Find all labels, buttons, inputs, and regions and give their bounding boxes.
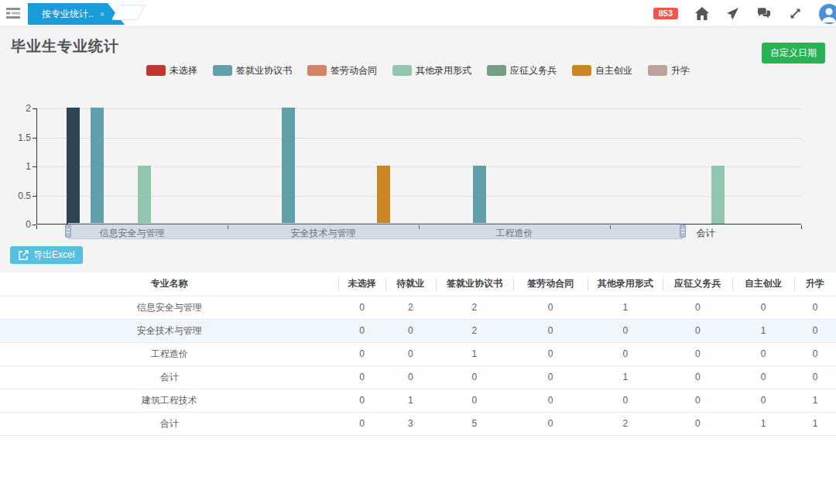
expand-icon[interactable] (788, 7, 802, 21)
chart-bar (473, 166, 486, 224)
value-cell: 0 (794, 342, 836, 365)
plane-icon[interactable] (726, 7, 740, 21)
legend-item[interactable]: 签就业协议书 (213, 64, 292, 77)
value-cell: 0 (436, 365, 513, 389)
legend-swatch (487, 65, 506, 76)
value-cell: 0 (338, 412, 385, 435)
value-cell: 0 (338, 319, 385, 342)
value-cell: 0 (663, 389, 732, 412)
gridline (37, 108, 802, 109)
value-cell: 1 (588, 296, 663, 319)
chart-bar (282, 108, 295, 224)
table-row: 合计03502011 (0, 412, 836, 435)
major-name-cell: 信息安全与管理 (0, 296, 338, 319)
content-panel: 毕业生专业统计 自定义日期 未选择签就业协议书签劳动合同其他录用形式应征义务兵自… (0, 27, 836, 273)
page-title: 毕业生专业统计 (11, 36, 119, 57)
legend-label: 自主创业 (595, 64, 632, 77)
title-row: 毕业生专业统计 自定义日期 (0, 27, 836, 58)
value-cell: 0 (513, 412, 588, 435)
chat-icon[interactable] (757, 7, 771, 21)
table-header-cell: 自主创业 (732, 273, 794, 296)
tab-close-icon[interactable]: × (100, 9, 104, 19)
value-cell: 0 (436, 389, 513, 412)
value-cell: 0 (385, 319, 436, 342)
value-cell: 0 (663, 365, 732, 389)
table-header-cell: 升学 (794, 273, 836, 296)
gridline (37, 138, 802, 139)
value-cell: 0 (732, 342, 794, 365)
value-cell: 2 (588, 412, 663, 435)
value-cell: 0 (732, 296, 794, 319)
legend-item[interactable]: 自主创业 (572, 64, 632, 77)
gridline (37, 196, 802, 197)
legend-swatch (648, 65, 667, 76)
table-header-cell: 专业名称 (0, 273, 338, 296)
value-cell: 0 (588, 319, 663, 342)
table-header-cell: 待就业 (385, 273, 436, 296)
value-cell: 0 (663, 319, 732, 342)
statistics-table-section: 专业名称未选择待就业签就业协议书签劳动合同其他录用形式应征义务兵自主创业升学 信… (0, 273, 836, 504)
chart-legend: 未选择签就业协议书签劳动合同其他录用形式应征义务兵自主创业升学 (0, 64, 836, 77)
value-cell: 0 (588, 342, 663, 365)
value-cell: 0 (663, 296, 732, 319)
chart-bar (377, 166, 390, 224)
legend-swatch (146, 65, 166, 76)
value-cell: 5 (436, 412, 513, 435)
y-axis-tick (33, 166, 36, 167)
tab-major-statistics[interactable]: 按专业统计.. × (28, 3, 125, 25)
datazoom-handle-right[interactable] (680, 225, 686, 238)
datazoom-slider[interactable] (68, 223, 683, 239)
value-cell: 0 (794, 365, 836, 389)
legend-label: 签就业协议书 (236, 64, 292, 77)
topbar: 按专业统计.. × 853 (0, 0, 836, 27)
user-avatar-icon[interactable] (819, 4, 836, 24)
bar-chart: 21.510.50信息安全与管理安全技术与管理工程造价会计 (0, 78, 836, 242)
value-cell: 0 (513, 342, 588, 365)
sidebar-toggle-icon[interactable] (0, 0, 26, 26)
table-row: 会计00001000 (0, 365, 836, 389)
value-cell: 0 (794, 296, 836, 319)
y-axis-tick-label: 0 (8, 219, 31, 230)
datazoom-handle-left[interactable] (65, 225, 71, 238)
legend-item[interactable]: 升学 (648, 64, 690, 77)
value-cell: 1 (588, 365, 663, 389)
table-header-cell: 应征义务兵 (663, 273, 732, 296)
value-cell: 0 (732, 389, 794, 412)
export-icon (19, 250, 29, 260)
ghost-tab (111, 5, 146, 20)
custom-date-button[interactable]: 自定义日期 (762, 43, 825, 63)
y-axis-tick-label: 1 (8, 161, 31, 172)
value-cell: 0 (513, 365, 588, 389)
legend-item[interactable]: 未选择 (146, 64, 197, 77)
table-row: 安全技术与管理00200010 (0, 319, 836, 342)
x-axis-tick (801, 225, 802, 229)
legend-item[interactable]: 其他录用形式 (392, 64, 471, 77)
notification-badge[interactable]: 853 (653, 8, 678, 19)
x-axis-tick (36, 225, 37, 229)
major-name-cell: 会计 (0, 365, 338, 389)
home-icon[interactable] (695, 7, 709, 21)
major-name-cell: 合计 (0, 412, 338, 435)
value-cell: 1 (794, 389, 836, 412)
export-excel-button[interactable]: 导出Excel (10, 246, 83, 264)
chart-bar (67, 108, 80, 224)
y-axis-tick-label: 2 (8, 103, 31, 114)
value-cell: 0 (338, 389, 385, 412)
value-cell: 0 (513, 389, 588, 412)
value-cell: 0 (794, 319, 836, 342)
tab-label: 按专业统计.. (42, 8, 94, 21)
table-header-cell: 签劳动合同 (513, 273, 588, 296)
value-cell: 1 (732, 319, 794, 342)
chart-bar (138, 166, 151, 224)
value-cell: 0 (513, 296, 588, 319)
major-name-cell: 建筑工程技术 (0, 389, 338, 412)
value-cell: 0 (513, 319, 588, 342)
legend-item[interactable]: 签劳动合同 (307, 64, 377, 77)
value-cell: 1 (732, 412, 794, 435)
chart-bar (711, 166, 725, 224)
topbar-actions: 853 (653, 0, 836, 27)
table-row: 工程造价00100000 (0, 342, 836, 365)
legend-item[interactable]: 应征义务兵 (487, 64, 557, 77)
value-cell: 0 (732, 365, 794, 389)
value-cell: 2 (385, 296, 436, 319)
